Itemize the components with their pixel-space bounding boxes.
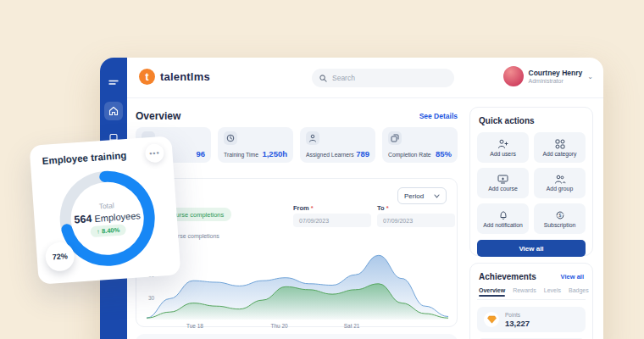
from-label: From * xyxy=(293,204,314,212)
gem-icon xyxy=(484,312,499,327)
x-tick-label: Thu 20 xyxy=(271,323,288,329)
subscription-tile[interactable]: $ Subscription xyxy=(534,203,586,234)
logo-icon: t xyxy=(139,69,155,85)
search-input[interactable]: Search xyxy=(312,69,454,87)
stat-card[interactable]: Assigned Learners 789 xyxy=(300,127,375,163)
copy-icon xyxy=(388,131,402,145)
x-tick-label: Tue 18 xyxy=(186,323,203,329)
area-chart: 3060 xyxy=(147,245,448,320)
group-icon xyxy=(554,175,566,184)
course-icon xyxy=(497,175,508,184)
stat-value: 789 xyxy=(356,149,369,158)
tile-label: Add course xyxy=(488,186,517,192)
subscription-icon: $ xyxy=(555,210,565,220)
stat-card[interactable]: Completion Rate 85% xyxy=(382,127,458,163)
required-marker: * xyxy=(311,204,314,212)
next-section-card xyxy=(136,334,458,339)
tile-label: Add notification xyxy=(483,222,522,228)
add-users-tile[interactable]: Add users xyxy=(477,132,529,163)
add-notification-tile[interactable]: Add notification xyxy=(477,203,529,234)
achievements-view-all-link[interactable]: View all xyxy=(561,273,584,281)
see-details-link[interactable]: See Details xyxy=(136,112,458,120)
delta-badge: ↑ 8.40% xyxy=(91,224,126,237)
logo-text: talentlms xyxy=(160,70,210,83)
to-label: To * xyxy=(377,204,389,212)
period-label: Period xyxy=(404,192,424,200)
add-group-tile[interactable]: Add group xyxy=(534,168,586,198)
top-header: t talentlms Search Courtney Henry Admini… xyxy=(127,58,603,98)
x-tick-label: Sat 21 xyxy=(344,323,360,329)
clock-icon xyxy=(224,131,237,145)
points-value: 13,227 xyxy=(505,319,530,328)
chevron-down-icon xyxy=(434,194,440,198)
add-user-icon xyxy=(497,139,508,149)
stat-value: 85% xyxy=(436,149,452,158)
user-profile-menu[interactable]: Courtney Henry Administrator ⌄ xyxy=(503,66,593,86)
employee-training-card: Employee training ••• Total 564 Employee… xyxy=(29,136,180,284)
achievements-tabs: Overview Rewards Levels Badges xyxy=(477,287,586,300)
quick-actions-panel: Quick actions Add users Add category Add… xyxy=(469,107,593,256)
ellipsis-menu-button[interactable]: ••• xyxy=(145,143,164,163)
user-role: Administrator xyxy=(529,78,583,84)
achievements-title: Achievements xyxy=(479,272,536,281)
donut-center-value: 564 Employees xyxy=(74,209,141,225)
stat-label: Completion Rate xyxy=(388,152,431,158)
required-marker: * xyxy=(386,204,389,212)
sidebar-item-home[interactable] xyxy=(104,102,123,120)
tile-label: Add group xyxy=(547,186,573,192)
y-tick-label: 30 xyxy=(148,295,154,301)
stat-value: 1,250h xyxy=(262,149,287,158)
tile-label: Add users xyxy=(490,151,516,157)
points-label: Points xyxy=(505,311,530,319)
home-icon xyxy=(108,106,119,116)
avatar xyxy=(503,66,524,86)
from-date-input[interactable]: 07/09/2023 xyxy=(293,214,371,227)
category-icon xyxy=(555,139,565,149)
add-category-tile[interactable]: Add category xyxy=(534,132,586,163)
view-all-button[interactable]: View all xyxy=(477,240,586,257)
bell-icon xyxy=(498,210,508,220)
user-icon xyxy=(306,131,319,145)
stat-label: Assigned Learners xyxy=(306,152,354,158)
to-date-input[interactable]: 07/09/2023 xyxy=(377,214,455,227)
talentlms-logo[interactable]: t talentlms xyxy=(139,69,210,85)
tab-rewards[interactable]: Rewards xyxy=(513,287,536,296)
tile-label: Subscription xyxy=(544,222,575,228)
period-dropdown[interactable]: Period xyxy=(397,187,447,204)
stat-value: 96 xyxy=(196,149,205,158)
achievements-panel: Achievements View all Overview Rewards L… xyxy=(469,263,593,339)
completions-chart-card: Period Course completions From * 07/09/2… xyxy=(136,178,458,327)
search-icon xyxy=(319,75,327,82)
donut-center-label: Total xyxy=(98,201,114,210)
tab-levels[interactable]: Levels xyxy=(544,287,561,296)
user-name: Courtney Henry xyxy=(529,69,583,78)
stat-card[interactable]: Training Time 1,250h xyxy=(218,127,293,163)
add-course-tile[interactable]: Add course xyxy=(477,168,529,198)
x-axis-labels: Tue 18Thu 20Sat 21 xyxy=(147,323,448,331)
search-placeholder: Search xyxy=(332,74,355,82)
stat-label: Training Time xyxy=(224,152,258,158)
employee-training-title: Employee training xyxy=(42,150,126,166)
svg-text:$: $ xyxy=(558,212,561,217)
points-tile[interactable]: Points 13,227 xyxy=(477,307,586,332)
chevron-down-icon: ⌄ xyxy=(587,73,593,81)
quick-actions-title: Quick actions xyxy=(479,116,586,125)
tile-label: Add category xyxy=(542,151,576,157)
hamburger-menu-icon[interactable] xyxy=(104,75,123,93)
overview-stats-row: 96 Training Time 1,250h Assigned Learner… xyxy=(136,127,458,163)
tab-badges[interactable]: Badges xyxy=(569,287,589,296)
tab-overview[interactable]: Overview xyxy=(479,287,505,296)
donut-arc-cap xyxy=(98,171,110,183)
